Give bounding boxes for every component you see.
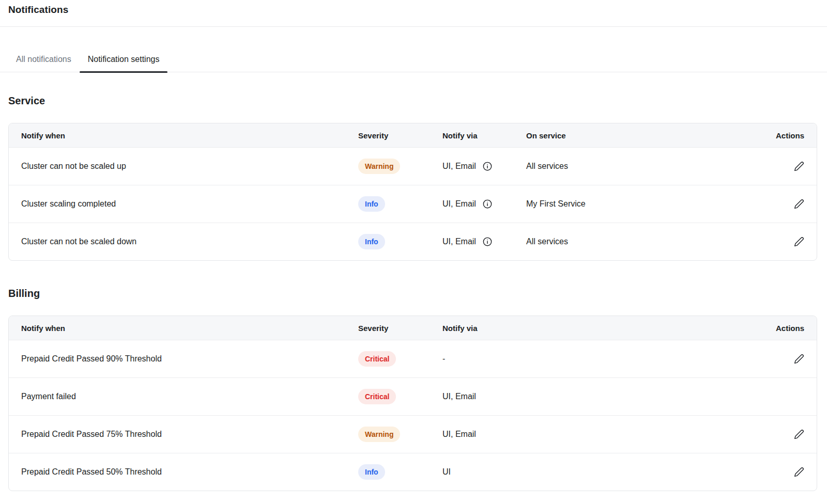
- table-row: Cluster scaling completedInfoUI, EmailMy…: [9, 185, 817, 223]
- severity-badge: Info: [358, 464, 385, 480]
- notify-when-cell: Prepaid Credit Passed 90% Threshold: [21, 354, 358, 364]
- on-service-cell: All services: [526, 237, 773, 246]
- edit-pencil-icon: [794, 429, 804, 439]
- column-header-actions: Actions: [773, 131, 804, 140]
- notify-via-info-trigger[interactable]: [482, 199, 493, 209]
- actions-cell: [773, 199, 804, 209]
- notify-via-cell: -: [442, 354, 773, 364]
- page-header: Notifications: [0, 0, 827, 27]
- edit-button[interactable]: [794, 429, 804, 439]
- notify-via-text: -: [442, 354, 445, 364]
- severity-badge: Critical: [358, 351, 396, 367]
- notify-via-info-trigger[interactable]: [482, 161, 493, 171]
- tab-all-notifications[interactable]: All notifications: [8, 46, 80, 72]
- info-circle-icon: [482, 199, 493, 209]
- notify-via-text: UI, Email: [442, 430, 476, 439]
- column-header-severity: Severity: [358, 324, 442, 333]
- column-header-on-service: On service: [526, 131, 773, 140]
- section-heading-billing: Billing: [8, 287, 819, 300]
- service-table: Notify whenSeverityNotify viaOn serviceA…: [8, 123, 817, 261]
- tab-notification-settings[interactable]: Notification settings: [80, 46, 168, 72]
- edit-pencil-icon: [794, 161, 804, 171]
- actions-cell: [773, 467, 804, 477]
- severity-cell: Warning: [358, 427, 442, 442]
- page-title: Notifications: [8, 4, 819, 15]
- sections: ServiceNotify whenSeverityNotify viaOn s…: [0, 94, 827, 491]
- notify-when-cell: Cluster can not be scaled down: [21, 237, 358, 246]
- notify-via-info-trigger[interactable]: [482, 237, 493, 247]
- notify-via-text: UI, Email: [442, 162, 476, 171]
- notify-via-text: UI, Email: [442, 199, 476, 209]
- notify-via-cell: UI, Email: [442, 161, 526, 171]
- edit-pencil-icon: [794, 237, 804, 247]
- column-header-severity: Severity: [358, 131, 442, 140]
- column-header-notify-when: Notify when: [21, 324, 358, 333]
- edit-button[interactable]: [794, 354, 804, 364]
- notify-when-cell: Cluster can not be scaled up: [21, 162, 358, 171]
- notify-when-cell: Payment failed: [21, 392, 358, 401]
- tabbar: All notifications Notification settings: [0, 46, 827, 72]
- billing-table: Notify whenSeverityNotify viaActionsPrep…: [8, 316, 817, 491]
- actions-cell: [773, 354, 804, 364]
- table-header-row: Notify whenSeverityNotify viaActions: [9, 316, 817, 340]
- notify-via-text: UI: [442, 467, 451, 477]
- severity-badge: Info: [358, 196, 385, 212]
- section-heading-service: Service: [8, 94, 819, 107]
- notify-via-cell: UI: [442, 467, 773, 477]
- severity-cell: Info: [358, 196, 442, 212]
- table-row: Cluster can not be scaled upWarningUI, E…: [9, 147, 817, 185]
- notify-via-text: UI, Email: [442, 392, 476, 401]
- table-row: Prepaid Credit Passed 50% ThresholdInfoU…: [9, 453, 817, 491]
- severity-cell: Info: [358, 464, 442, 480]
- edit-pencil-icon: [794, 354, 804, 364]
- notify-via-cell: UI, Email: [442, 237, 526, 247]
- severity-cell: Critical: [358, 351, 442, 367]
- table-row: Payment failedCriticalUI, Email: [9, 377, 817, 415]
- edit-button[interactable]: [794, 467, 804, 477]
- edit-pencil-icon: [794, 199, 804, 209]
- notify-when-cell: Prepaid Credit Passed 75% Threshold: [21, 430, 358, 439]
- table-row: Prepaid Credit Passed 90% ThresholdCriti…: [9, 340, 817, 377]
- column-header-actions: Actions: [773, 324, 804, 333]
- actions-cell: [773, 161, 804, 171]
- column-header-notify-via: Notify via: [442, 324, 773, 333]
- tab-label: All notifications: [16, 55, 71, 64]
- on-service-cell: My First Service: [526, 199, 773, 209]
- column-header-notify-via: Notify via: [442, 131, 526, 140]
- column-header-notify-when: Notify when: [21, 131, 358, 140]
- severity-cell: Critical: [358, 389, 442, 404]
- actions-cell: [773, 237, 804, 247]
- notify-when-cell: Cluster scaling completed: [21, 199, 358, 209]
- notify-via-cell: UI, Email: [442, 392, 773, 401]
- severity-badge: Warning: [358, 427, 400, 442]
- actions-cell: [773, 429, 804, 439]
- severity-badge: Critical: [358, 389, 396, 404]
- notify-via-text: UI, Email: [442, 237, 476, 246]
- severity-badge: Warning: [358, 159, 400, 174]
- notify-via-cell: UI, Email: [442, 430, 773, 439]
- notify-when-cell: Prepaid Credit Passed 50% Threshold: [21, 467, 358, 477]
- on-service-cell: All services: [526, 162, 773, 171]
- table-header-row: Notify whenSeverityNotify viaOn serviceA…: [9, 123, 817, 147]
- edit-pencil-icon: [794, 467, 804, 477]
- info-circle-icon: [482, 237, 493, 247]
- table-row: Cluster can not be scaled downInfoUI, Em…: [9, 223, 817, 260]
- notify-via-cell: UI, Email: [442, 199, 526, 209]
- tab-label: Notification settings: [88, 55, 160, 64]
- edit-button[interactable]: [794, 199, 804, 209]
- severity-cell: Info: [358, 234, 442, 249]
- edit-button[interactable]: [794, 237, 804, 247]
- severity-cell: Warning: [358, 159, 442, 174]
- edit-button[interactable]: [794, 161, 804, 171]
- severity-badge: Info: [358, 234, 385, 249]
- table-row: Prepaid Credit Passed 75% ThresholdWarni…: [9, 415, 817, 453]
- info-circle-icon: [482, 161, 493, 171]
